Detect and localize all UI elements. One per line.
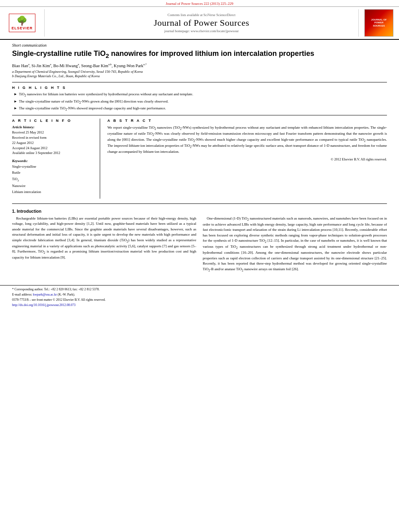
history-heading: Article history: <box>12 125 93 129</box>
highlight-text-2: The single-crystalline nature of rutile … <box>19 99 169 105</box>
author-5: Kyung-Won Park <box>114 64 144 68</box>
footer-issn: 0378-7753/$ – see front matter © 2012 El… <box>12 298 387 302</box>
abstract-text: We report single-crystalline TiO2 nanowi… <box>107 125 387 155</box>
affiliation-1: a Department of Chemical Engineering, So… <box>12 70 387 74</box>
footer-doi: http://dx.doi.org/10.1016/j.jpowsour.201… <box>12 303 387 307</box>
top-journal-text: Journal of Power Sources 222 (2013) 225–… <box>166 2 233 6</box>
keyword-4: Nanowire <box>12 183 93 189</box>
abstract-label: A B S T R A C T <box>107 119 387 123</box>
history-line-2: Received in revised form <box>12 135 93 140</box>
page: Journal of Power Sources 222 (2013) 225–… <box>0 0 399 532</box>
intro-title: Introduction <box>17 209 41 214</box>
affiliation-2: b Daejung Energy Materials Co., Ltd., Ik… <box>12 74 387 79</box>
intro-left-col: Rechargeable lithium-ion batteries (LIBs… <box>12 216 196 275</box>
elsevier-tree-icon: 🌳 <box>16 16 27 26</box>
title-sub: 2 <box>106 52 109 59</box>
intro-heading: 1. Introduction <box>12 209 387 214</box>
journal-thumbnail-area: JOURNAL OF POWER SOURCES <box>363 9 395 37</box>
intro-number: 1. <box>12 209 16 214</box>
highlight-item-1: ► TiO2 nanowires for lithium ion batteri… <box>12 92 387 98</box>
abstract-col: A B S T R A C T We report single-crystal… <box>107 119 387 198</box>
title-text-1: Single-crystalline rutile TiO <box>12 49 106 58</box>
journal-thumbnail: JOURNAL OF POWER SOURCES <box>364 9 393 37</box>
email-link[interactable]: kwpark@ssu.ac.kr <box>33 293 57 296</box>
keyword-3: TiO2 <box>12 176 93 183</box>
keywords-list: Single-crystalline Rutile TiO2 Nanowire … <box>12 164 93 195</box>
author-1: Biao Han <box>12 64 28 68</box>
elsevier-logo-area: 🌳 ELSEVIER <box>4 9 40 37</box>
arrow-icon-2: ► <box>14 99 17 105</box>
arrow-icon-3: ► <box>14 106 17 112</box>
history-line-1: Received 25 May 2012 <box>12 130 93 135</box>
affiliations: a Department of Chemical Engineering, So… <box>12 70 387 79</box>
author-4: Seong-Bae Kim <box>81 64 108 68</box>
keywords-section: Keywords: Single-crystalline Rutile TiO2… <box>12 159 93 195</box>
history-line-4: Accepted 24 August 2012 <box>12 146 93 151</box>
introduction-section: 1. Introduction Rechargeable lithium-ion… <box>12 209 387 275</box>
footer-note-2: E-mail address: kwpark@ssu.ac.kr (K.-W. … <box>12 292 387 297</box>
highlight-item-2: ► The single-crystalline nature of rutil… <box>12 99 387 105</box>
highlight-text-1: TiO2 nanowires for lithium ion batteries… <box>19 92 193 98</box>
author-3: Bo-Mi Hwang <box>53 64 78 68</box>
page-footer: * Corresponding author. Tel.: +82 2 820 … <box>0 285 399 308</box>
journal-homepage: journal homepage: www.elsevier.com/locat… <box>165 29 239 33</box>
article-title: Single-crystalline rutile TiO2 nanowires… <box>12 49 387 60</box>
doi-link[interactable]: http://dx.doi.org/10.1016/j.jpowsour.201… <box>12 303 76 307</box>
keyword-1: Single-crystalline <box>12 164 93 170</box>
divider-1 <box>12 82 387 82</box>
copyright-line: © 2012 Elsevier B.V. All rights reserved… <box>107 157 387 161</box>
thumb-title-1: JOURNAL OF <box>371 18 387 21</box>
intro-right-paragraph: One-dimensional (1-D) TiO2 nanostructure… <box>203 216 387 273</box>
sciverse-line: Contents lists available at SciVerse Sci… <box>168 13 236 17</box>
highlights-label: H I G H L I G H T S <box>12 86 387 90</box>
divider-2 <box>12 115 387 115</box>
footer-note-1: * Corresponding author. Tel.: +82 2 820 … <box>12 287 387 292</box>
intro-body: Rechargeable lithium-ion batteries (LIBs… <box>12 216 387 275</box>
history-line-3: 22 August 2012 <box>12 140 93 146</box>
thumb-title-2: POWER <box>374 21 384 24</box>
authors-line: Biao Hana, Si-Jin Kima, Bo-Mi Hwanga, Se… <box>12 63 387 68</box>
divider-3 <box>12 203 387 204</box>
article-info-col: A R T I C L E I N F O Article history: R… <box>12 119 93 198</box>
thumb-title-3: SOURCES <box>373 25 385 27</box>
elsevier-logo: 🌳 ELSEVIER <box>9 14 36 32</box>
top-journal-bar: Journal of Power Sources 222 (2013) 225–… <box>0 0 399 7</box>
keywords-heading: Keywords: <box>12 159 93 163</box>
keyword-2: Rutile <box>12 170 93 176</box>
article-info-label: A R T I C L E I N F O <box>12 119 93 123</box>
highlight-item-3: ► The single-crystalline rutile TiO2-NWs… <box>12 106 387 112</box>
article-type: Short communication <box>12 43 387 47</box>
journal-title: Journal of Power Sources <box>154 18 249 28</box>
journal-center-info: Contents lists available at SciVerse Sci… <box>44 9 359 37</box>
elsevier-label: ELSEVIER <box>12 26 33 30</box>
highlights-section: H I G H L I G H T S ► TiO2 nanowires for… <box>12 86 387 112</box>
main-content: Short communication Single-crystalline r… <box>0 40 399 279</box>
title-text-2: nanowires for improved lithium ion inter… <box>109 49 314 58</box>
history-line-5: Available online 3 September 2012 <box>12 150 93 156</box>
info-abstract-row: A R T I C L E I N F O Article history: R… <box>12 119 387 198</box>
highlight-text-3: The single-crystalline rutile TiO2-NWs s… <box>19 106 166 112</box>
arrow-icon-1: ► <box>14 92 17 98</box>
intro-right-col: One-dimensional (1-D) TiO2 nanostructure… <box>203 216 387 275</box>
vertical-divider <box>100 119 100 198</box>
history-text: Received 25 May 2012 Received in revised… <box>12 130 93 156</box>
keyword-5: Lithium intercalation <box>12 189 93 195</box>
intro-left-paragraph: Rechargeable lithium-ion batteries (LIBs… <box>12 216 196 261</box>
journal-header: 🌳 ELSEVIER Contents lists available at S… <box>0 7 399 40</box>
author-2: Si-Jin Kim <box>31 64 50 68</box>
article-history: Article history: Received 25 May 2012 Re… <box>12 125 93 156</box>
